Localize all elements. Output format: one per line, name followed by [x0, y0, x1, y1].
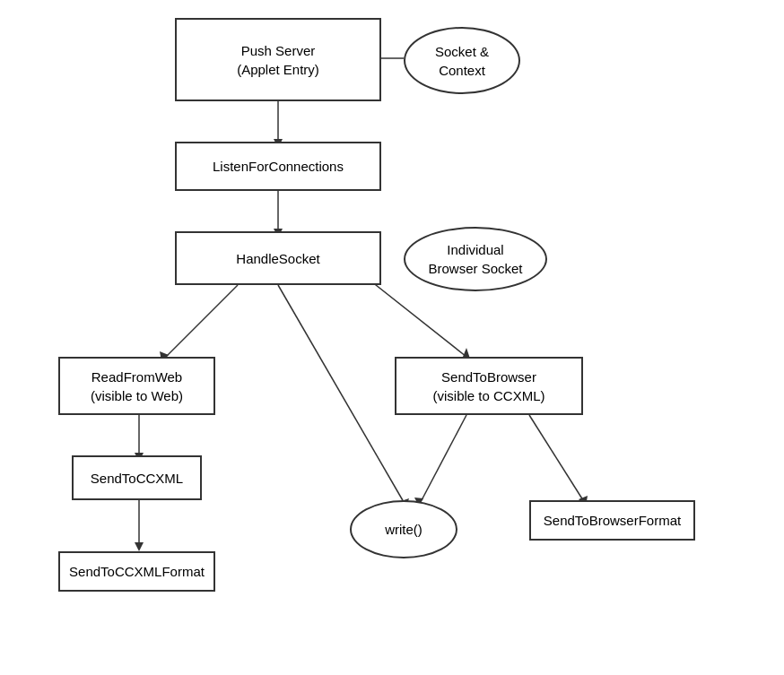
- send-to-browser-box: SendToBrowser(visible to CCXML): [395, 357, 583, 415]
- diagram: Push Server(Applet Entry) Socket &Contex…: [0, 0, 784, 675]
- socket-context-ellipse: Socket &Context: [404, 27, 520, 94]
- write-label: write(): [385, 520, 422, 539]
- send-to-browser-format-box: SendToBrowserFormat: [529, 500, 695, 541]
- send-to-ccxml-box: SendToCCXML: [72, 455, 202, 500]
- send-to-browser-label: SendToBrowser(visible to CCXML): [432, 368, 544, 405]
- send-to-browser-format-label: SendToBrowserFormat: [544, 511, 681, 530]
- read-from-web-label: ReadFromWeb(visible to Web): [91, 368, 183, 405]
- send-to-ccxml-format-label: SendToCCXMLFormat: [69, 562, 205, 581]
- push-server-label: Push Server(Applet Entry): [237, 41, 319, 79]
- svg-line-4: [166, 285, 238, 357]
- individual-browser-socket-label: IndividualBrowser Socket: [428, 240, 522, 278]
- listen-for-connections-box: ListenForConnections: [175, 142, 381, 191]
- write-ellipse: write(): [350, 500, 457, 558]
- send-to-ccxml-format-box: SendToCCXMLFormat: [58, 551, 215, 592]
- svg-marker-11: [135, 542, 144, 551]
- push-server-box: Push Server(Applet Entry): [175, 18, 381, 101]
- svg-line-14: [529, 415, 583, 500]
- handle-socket-box: HandleSocket: [175, 231, 381, 285]
- send-to-ccxml-label: SendToCCXML: [91, 469, 183, 488]
- listen-for-connections-label: ListenForConnections: [213, 157, 344, 176]
- read-from-web-box: ReadFromWeb(visible to Web): [58, 357, 215, 415]
- svg-line-12: [422, 415, 466, 500]
- socket-context-label: Socket &Context: [435, 42, 489, 80]
- handle-socket-label: HandleSocket: [236, 249, 319, 268]
- individual-browser-socket-ellipse: IndividualBrowser Socket: [404, 227, 547, 291]
- svg-line-6: [278, 285, 404, 502]
